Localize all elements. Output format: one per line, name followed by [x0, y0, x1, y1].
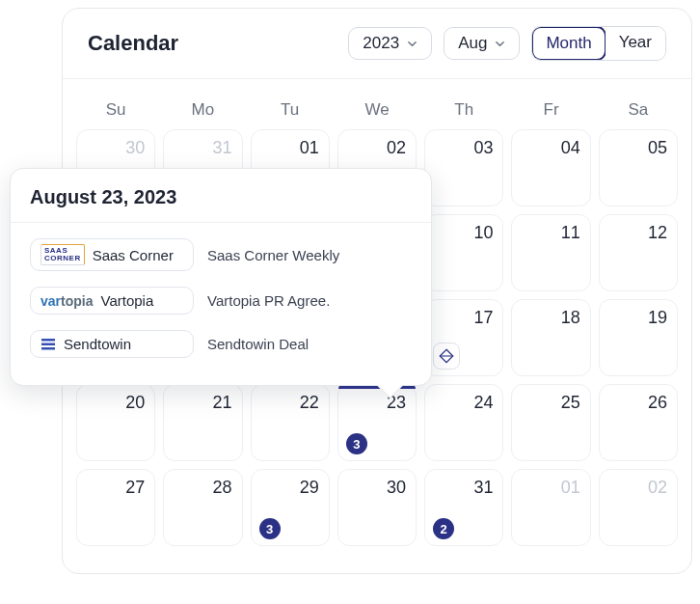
- weekday-header: Th: [424, 85, 503, 129]
- toggle-month[interactable]: Month: [531, 26, 606, 61]
- chevron-down-icon: [407, 39, 417, 49]
- svg-rect-1: [41, 339, 55, 342]
- year-dropdown[interactable]: 2023: [348, 27, 432, 60]
- day-number: 17: [473, 308, 493, 328]
- day-number: 26: [648, 393, 667, 413]
- day-number: 18: [561, 308, 580, 328]
- day-number: 19: [648, 308, 667, 328]
- event-popover: August 23, 2023 SAASCORNERSaas CornerSaa…: [10, 168, 432, 386]
- day-cell[interactable]: 20: [76, 384, 155, 461]
- company-name: Vartopia: [100, 292, 153, 309]
- day-number: 11: [561, 223, 580, 243]
- event-title: Vartopia PR Agree.: [207, 292, 330, 309]
- weekday-header: Mo: [163, 85, 242, 129]
- day-cell[interactable]: 02: [599, 469, 678, 546]
- day-cell[interactable]: 03: [424, 129, 503, 206]
- day-number: 30: [387, 478, 406, 498]
- svg-rect-2: [41, 343, 55, 345]
- day-cell[interactable]: 17: [424, 299, 503, 376]
- day-number: 22: [300, 393, 319, 413]
- day-cell[interactable]: 26: [599, 384, 678, 461]
- day-cell[interactable]: 28: [163, 469, 242, 546]
- weekday-row: SuMoTuWeThFrSa: [76, 85, 678, 129]
- event-title: Sendtowin Deal: [207, 336, 309, 352]
- day-cell[interactable]: 19: [599, 299, 678, 376]
- day-cell[interactable]: 30: [337, 469, 417, 546]
- company-name: Saas Corner: [93, 247, 174, 263]
- chevron-down-icon: [495, 39, 505, 49]
- day-cell[interactable]: 12: [599, 214, 678, 291]
- vartopia-logo-icon: vartopia: [40, 293, 93, 309]
- day-number: 03: [473, 138, 493, 158]
- day-cell[interactable]: 312: [424, 469, 503, 546]
- year-value: 2023: [363, 34, 399, 53]
- day-number: 27: [125, 478, 145, 498]
- day-number: 31: [213, 138, 232, 158]
- day-number: 05: [648, 138, 667, 158]
- day-row: 2728293303120102: [76, 469, 678, 546]
- day-cell[interactable]: 10: [424, 214, 503, 291]
- day-cell[interactable]: 01: [511, 469, 590, 546]
- event-title: Saas Corner Weekly: [207, 247, 339, 263]
- popover-item[interactable]: vartopiaVartopiaVartopia PR Agree.: [30, 279, 412, 322]
- day-number: 30: [125, 138, 145, 158]
- weekday-header: Fr: [511, 85, 590, 129]
- month-value: Aug: [458, 34, 487, 53]
- day-number: 29: [300, 478, 319, 498]
- day-number: 04: [561, 138, 580, 158]
- page-title: Calendar: [88, 31, 178, 56]
- day-number: 02: [387, 138, 406, 158]
- calendar-header: Calendar 2023 Aug Month Year: [63, 9, 691, 79]
- day-number: 20: [125, 393, 145, 413]
- sendtowin-logo-icon: [40, 338, 56, 351]
- popover-item[interactable]: SendtowinSendtowin Deal: [30, 322, 412, 366]
- day-cell[interactable]: 24: [424, 384, 503, 461]
- popover-title: August 23, 2023: [11, 169, 431, 223]
- day-cell[interactable]: 25: [511, 384, 590, 461]
- day-number: 01: [561, 478, 580, 498]
- popover-body: SAASCORNERSaas CornerSaas Corner Weeklyv…: [11, 223, 431, 385]
- svg-rect-3: [41, 347, 55, 350]
- day-number: 01: [300, 138, 319, 158]
- company-chip: vartopiaVartopia: [30, 287, 194, 315]
- day-number: 10: [473, 223, 493, 243]
- day-cell[interactable]: 233: [337, 384, 417, 461]
- saas-corner-logo-icon: SAASCORNER: [40, 244, 85, 265]
- day-number: 24: [473, 393, 493, 413]
- calendar-controls: 2023 Aug Month Year: [348, 26, 666, 61]
- day-cell[interactable]: 293: [251, 469, 330, 546]
- day-cell[interactable]: 22: [251, 384, 330, 461]
- day-number: 12: [648, 223, 667, 243]
- day-cell[interactable]: 18: [511, 299, 590, 376]
- day-cell[interactable]: 05: [599, 129, 678, 206]
- weekday-header: Sa: [599, 85, 678, 129]
- event-count-badge: 2: [433, 518, 454, 539]
- diamond-icon: [433, 343, 460, 370]
- event-count-badge: 3: [346, 433, 367, 454]
- month-dropdown[interactable]: Aug: [444, 27, 520, 60]
- day-cell[interactable]: 11: [511, 214, 590, 291]
- day-number: 28: [213, 478, 232, 498]
- company-name: Sendtowin: [64, 336, 131, 352]
- day-number: 21: [213, 393, 232, 413]
- event-count-badge: 3: [259, 518, 281, 539]
- day-row: 202122233242526: [76, 384, 678, 461]
- weekday-header: Su: [76, 85, 155, 129]
- day-cell[interactable]: 27: [76, 469, 155, 546]
- day-number: 02: [648, 478, 667, 498]
- weekday-header: We: [337, 85, 417, 129]
- company-chip: SAASCORNERSaas Corner: [30, 238, 194, 271]
- company-chip: Sendtowin: [30, 330, 194, 358]
- day-cell[interactable]: 04: [511, 129, 590, 206]
- weekday-header: Tu: [251, 85, 330, 129]
- day-cell[interactable]: 21: [163, 384, 242, 461]
- view-toggle: Month Year: [531, 26, 666, 61]
- toggle-year[interactable]: Year: [606, 27, 665, 60]
- day-number: 31: [473, 478, 493, 498]
- popover-item[interactable]: SAASCORNERSaas CornerSaas Corner Weekly: [30, 231, 412, 279]
- day-number: 25: [561, 393, 580, 413]
